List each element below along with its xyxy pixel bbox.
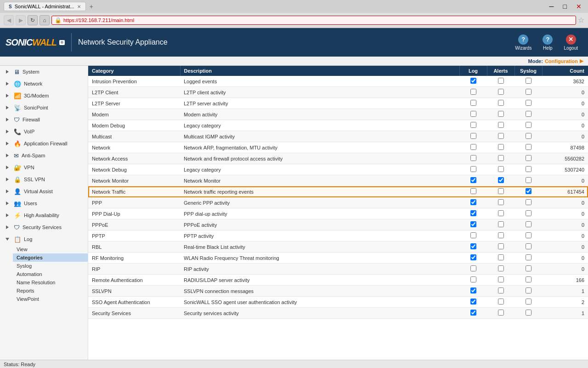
log-checkbox[interactable] xyxy=(470,144,476,150)
alerts-checkbox[interactable] xyxy=(498,78,504,84)
syslog-checkbox[interactable] xyxy=(526,299,531,305)
sidebar-item-app-firewall[interactable]: 🔥 Application Firewall xyxy=(0,138,88,150)
sidebar-item-ssl-vpn[interactable]: 🔒 SSL VPN xyxy=(0,173,88,185)
back-button[interactable]: ◀ xyxy=(4,15,14,25)
forward-button[interactable]: ▶ xyxy=(16,15,26,25)
sidebar-item-reports[interactable]: Reports xyxy=(13,287,88,295)
alerts-checkbox[interactable] xyxy=(498,288,504,293)
wizards-button[interactable]: ? Wizards xyxy=(510,32,536,53)
address-bar[interactable]: https://192.168.7.211/main.html xyxy=(63,17,134,23)
alerts-checkbox[interactable] xyxy=(498,133,504,139)
syslog-checkbox[interactable] xyxy=(526,221,531,227)
alerts-checkbox[interactable] xyxy=(498,111,504,117)
syslog-checkbox[interactable] xyxy=(526,265,531,271)
log-checkbox[interactable] xyxy=(470,221,476,227)
log-checkbox[interactable] xyxy=(470,177,476,183)
sidebar-item-log[interactable]: 📋 Log xyxy=(0,233,88,245)
alerts-checkbox[interactable] xyxy=(498,254,504,260)
alerts-checkbox[interactable] xyxy=(498,265,504,271)
alerts-checkbox[interactable] xyxy=(498,210,504,216)
sidebar-item-automation[interactable]: Automation xyxy=(13,270,88,278)
sidebar-item-view[interactable]: View xyxy=(13,245,88,253)
sidebar-item-name-resolution[interactable]: Name Resolution xyxy=(13,278,88,287)
browser-tab[interactable]: S SonicWALL - Administrat... ✕ xyxy=(4,2,86,11)
reload-button[interactable]: ↻ xyxy=(28,15,38,25)
log-checkbox[interactable] xyxy=(470,155,476,161)
log-checkbox[interactable] xyxy=(470,210,476,216)
syslog-checkbox[interactable] xyxy=(526,254,531,260)
syslog-checkbox[interactable] xyxy=(526,199,531,205)
syslog-checkbox[interactable] xyxy=(526,310,531,316)
alerts-checkbox[interactable] xyxy=(498,89,504,95)
log-checkbox[interactable] xyxy=(470,89,476,95)
alerts-checkbox[interactable] xyxy=(498,122,504,128)
sidebar-item-3g-modem[interactable]: 📶 3G/Modem xyxy=(0,90,88,102)
alerts-checkbox[interactable] xyxy=(498,100,504,106)
syslog-checkbox[interactable] xyxy=(526,155,531,161)
log-checkbox[interactable] xyxy=(470,243,476,249)
syslog-checkbox[interactable] xyxy=(526,232,531,238)
log-checkbox[interactable] xyxy=(470,100,476,106)
syslog-checkbox[interactable] xyxy=(526,210,531,216)
window-maximize-button[interactable]: □ xyxy=(560,3,570,10)
log-checkbox[interactable] xyxy=(470,265,476,271)
log-checkbox[interactable] xyxy=(470,122,476,128)
alerts-checkbox[interactable] xyxy=(498,310,504,316)
log-checkbox[interactable] xyxy=(470,299,476,305)
window-minimize-button[interactable]: ─ xyxy=(547,3,557,10)
sidebar-item-vpn[interactable]: 🔐 VPN xyxy=(0,161,88,173)
syslog-checkbox[interactable] xyxy=(526,276,531,282)
alerts-checkbox[interactable] xyxy=(498,177,504,183)
syslog-checkbox[interactable] xyxy=(526,133,531,139)
sidebar-item-high-avail[interactable]: ⚡ High Availability xyxy=(0,209,88,221)
alerts-checkbox[interactable] xyxy=(498,144,504,150)
syslog-checkbox[interactable] xyxy=(526,100,531,106)
alerts-checkbox[interactable] xyxy=(498,155,504,161)
syslog-checkbox[interactable] xyxy=(526,144,531,150)
log-checkbox[interactable] xyxy=(470,166,476,172)
log-checkbox[interactable] xyxy=(470,276,476,282)
sidebar-item-voip[interactable]: 📞 VoIP xyxy=(0,126,88,138)
syslog-checkbox[interactable] xyxy=(526,177,531,183)
sidebar-item-system[interactable]: 🖥 System xyxy=(0,66,88,78)
log-checkbox[interactable] xyxy=(470,78,476,84)
alerts-checkbox[interactable] xyxy=(498,232,504,238)
sidebar-item-syslog[interactable]: Syslog xyxy=(13,262,88,270)
log-checkbox[interactable] xyxy=(470,232,476,238)
sidebar-item-security-services[interactable]: 🛡 Security Services xyxy=(0,221,88,233)
syslog-checkbox[interactable] xyxy=(526,89,531,95)
help-button[interactable]: ? Help xyxy=(538,32,557,53)
logout-button[interactable]: ✕ Logout xyxy=(559,32,582,53)
alerts-checkbox[interactable] xyxy=(498,243,504,249)
syslog-checkbox[interactable] xyxy=(526,243,531,249)
sidebar-item-categories[interactable]: Categories xyxy=(13,253,88,262)
log-checkbox[interactable] xyxy=(470,288,476,293)
alerts-checkbox[interactable] xyxy=(498,199,504,205)
alerts-checkbox[interactable] xyxy=(498,221,504,227)
sidebar-item-firewall[interactable]: 🛡 Firewall xyxy=(0,114,88,126)
sidebar-item-sonicpoint[interactable]: 📡 SonicPoint xyxy=(0,102,88,114)
sidebar-item-users[interactable]: 👥 Users xyxy=(0,197,88,209)
log-checkbox[interactable] xyxy=(470,199,476,205)
sidebar-item-network[interactable]: 🌐 Network xyxy=(0,78,88,90)
log-checkbox[interactable] xyxy=(470,111,476,117)
sidebar-item-viewpoint[interactable]: ViewPoint xyxy=(13,295,88,303)
syslog-checkbox[interactable] xyxy=(526,188,531,194)
syslog-checkbox[interactable] xyxy=(526,111,531,117)
syslog-checkbox[interactable] xyxy=(526,166,531,172)
syslog-checkbox[interactable] xyxy=(526,288,531,293)
log-checkbox[interactable] xyxy=(470,310,476,316)
alerts-checkbox[interactable] xyxy=(498,299,504,305)
home-button[interactable]: ⌂ xyxy=(40,15,50,25)
alerts-checkbox[interactable] xyxy=(498,188,504,194)
sidebar-item-virtual-assist[interactable]: 👤 Virtual Assist xyxy=(0,185,88,197)
log-checkbox[interactable] xyxy=(470,188,476,194)
new-tab-button[interactable]: + xyxy=(90,3,93,10)
bookmark-button[interactable]: ☆ xyxy=(578,16,584,24)
syslog-checkbox[interactable] xyxy=(526,122,531,128)
tab-close-button[interactable]: ✕ xyxy=(77,4,81,9)
log-checkbox[interactable] xyxy=(470,133,476,139)
alerts-checkbox[interactable] xyxy=(498,276,504,282)
window-close-button[interactable]: ✕ xyxy=(573,3,584,10)
alerts-checkbox[interactable] xyxy=(498,166,504,172)
